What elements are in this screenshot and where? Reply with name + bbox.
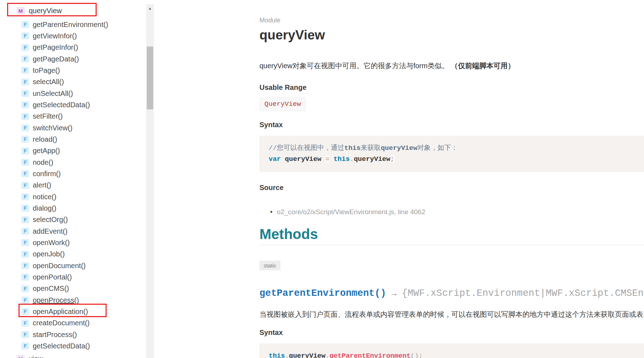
code-line: this.queryView.getParentEnvironment(); — [269, 351, 644, 358]
sidebar-item-label: getViewInfor() — [33, 32, 77, 40]
sidebar-item-getparentenvironment[interactable]: FgetParentEnvironment() — [0, 19, 146, 30]
sidebar-item-createdocument[interactable]: FcreateDocument() — [0, 318, 146, 329]
sidebar-item-label: getSelectedData() — [33, 342, 90, 350]
sidebar-item-getapp[interactable]: FgetApp() — [0, 145, 146, 157]
function-icon: F — [21, 297, 29, 304]
sidebar-module-queryview[interactable]: M queryView — [0, 4, 146, 17]
function-icon: F — [21, 124, 29, 131]
function-icon: F — [21, 216, 29, 223]
bullet-icon: • — [270, 208, 273, 216]
function-icon: F — [21, 32, 29, 39]
source-path: o2_core/o2/xScript/ViewEnvironment.js, l… — [277, 208, 425, 216]
sidebar-item-label: toPage() — [33, 66, 60, 75]
function-icon: F — [21, 251, 29, 258]
sidebar-item-reload[interactable]: Freload() — [0, 134, 146, 145]
function-icon: F — [21, 331, 29, 338]
sidebar-item-getpageinfor[interactable]: FgetPageInfor() — [0, 42, 146, 53]
sidebar-item-label: addEvent() — [33, 227, 68, 235]
module-kicker: Module — [259, 16, 644, 24]
sidebar-item-selectall[interactable]: FselectAll() — [0, 76, 146, 88]
sidebar-item-label: openDocument() — [33, 262, 86, 270]
sidebar-item-getviewinfor[interactable]: FgetViewInfor() — [0, 30, 146, 42]
sidebar-item-label: node() — [33, 158, 53, 167]
sidebar-item-openportal[interactable]: FopenPortal() — [0, 271, 146, 283]
function-icon: F — [21, 159, 29, 166]
usable-range-row: QueryView — [259, 97, 644, 111]
function-icon: F — [21, 136, 29, 143]
function-icon: F — [21, 90, 29, 97]
sidebar-item-openapplication[interactable]: FopenApplication() — [0, 306, 146, 317]
sidebar-item-label: notice() — [33, 193, 57, 201]
sidebar-item-label: getParentEnvironment() — [33, 21, 108, 29]
sidebar-item-label: getPageData() — [33, 55, 79, 63]
module-icon: M — [16, 7, 25, 15]
sidebar-item-node[interactable]: Fnode() — [0, 157, 146, 168]
function-icon: F — [21, 182, 29, 189]
method-signature: getParentEnvironment()→{MWF.xScript.Envi… — [259, 286, 644, 300]
sidebar-item-dialog[interactable]: Fdialog() — [0, 202, 146, 214]
sidebar-item-addevent[interactable]: FaddEvent() — [0, 226, 146, 237]
sidebar-item-opendocument[interactable]: FopenDocument() — [0, 260, 146, 271]
scrollbar-thumb[interactable] — [147, 47, 153, 109]
sidebar-item-startprocess[interactable]: FstartProcess() — [0, 329, 146, 340]
methods-heading: Methods — [259, 226, 644, 243]
divider — [259, 245, 644, 245]
sidebar-item-label: setFilter() — [33, 112, 63, 120]
module-description-text: queryView对象可在视图中可用。它的很多方法与form类似。 — [259, 62, 449, 70]
sidebar-item-openjob[interactable]: FopenJob() — [0, 249, 146, 260]
sidebar-item-label: getSelectedData() — [33, 101, 90, 109]
sidebar-item-getselecteddata[interactable]: FgetSelectedData() — [0, 340, 146, 352]
sidebar-item-label: alert() — [33, 181, 51, 189]
scroll-up-arrow-icon[interactable]: ▲ — [146, 4, 154, 12]
function-icon: F — [21, 262, 29, 269]
function-icon: F — [21, 78, 29, 86]
function-icon: F — [21, 273, 29, 281]
sidebar-item-openwork[interactable]: FopenWork() — [0, 237, 146, 248]
sidebar-item-setfilter[interactable]: FsetFilter() — [0, 111, 146, 122]
sidebar-item-label: getApp() — [33, 147, 60, 155]
module-description: queryView对象可在视图中可用。它的很多方法与form类似。 （仅前端脚本… — [259, 61, 644, 70]
sidebar-item-topage[interactable]: FtoPage() — [0, 65, 146, 76]
method-code-block: this.queryView.getParentEnvironment(); — [259, 343, 644, 358]
sidebar-item-label: openWork() — [33, 239, 70, 247]
sidebar-item-confirm[interactable]: Fconfirm() — [0, 168, 146, 179]
method-description: 当视图被嵌入到门户页面、流程表单或内容管理表单的时候，可以在视图可以写脚本的地方… — [259, 310, 644, 319]
usable-range-badge: QueryView — [259, 97, 306, 111]
function-icon: F — [21, 170, 29, 177]
sidebar-item-getpagedata[interactable]: FgetPageData() — [0, 53, 146, 65]
function-icon: F — [21, 205, 29, 212]
function-icon: F — [21, 55, 29, 63]
method-name: getParentEnvironment() — [259, 288, 386, 299]
sidebar-item-unselectall[interactable]: FunSelectAll() — [0, 88, 146, 99]
sidebar-module-label: queryView — [29, 7, 62, 15]
sidebar-item-switchview[interactable]: FswitchView() — [0, 122, 146, 134]
sidebar-item-notice[interactable]: Fnotice() — [0, 191, 146, 202]
sidebar-item-opencms[interactable]: FopenCMS() — [0, 283, 146, 294]
method-return-type: {MWF.xScript.Environment|MWF.xScript.CMS… — [402, 288, 644, 299]
sidebar-module-view[interactable]: M view — [0, 353, 146, 358]
sidebar-item-openprocess[interactable]: FopenProcess() — [0, 294, 146, 306]
function-icon: F — [21, 147, 29, 154]
function-icon: F — [21, 228, 29, 235]
sidebar: M queryView FgetParentEnvironment()FgetV… — [0, 0, 146, 358]
function-icon: F — [21, 320, 29, 327]
source-list-item: • o2_core/o2/xScript/ViewEnvironment.js,… — [259, 208, 644, 216]
function-icon: F — [21, 44, 29, 51]
sidebar-item-getselecteddata[interactable]: FgetSelectedData() — [0, 99, 146, 110]
page-title: queryView — [259, 27, 644, 43]
sidebar-item-selectorg[interactable]: FselectOrg() — [0, 214, 146, 226]
sidebar-item-alert[interactable]: Falert() — [0, 180, 146, 191]
module-icon: M — [16, 355, 25, 358]
function-icon: F — [21, 67, 29, 74]
module-description-bold: （仅前端脚本可用） — [451, 62, 515, 70]
function-icon: F — [21, 342, 29, 349]
sidebar-item-label: confirm() — [33, 170, 61, 178]
sidebar-item-label: openProcess() — [33, 296, 79, 304]
usable-range-heading: Usable Range — [259, 83, 644, 92]
function-icon: F — [21, 308, 29, 315]
sidebar-item-label: createDocument() — [33, 319, 90, 327]
sidebar-scrollbar[interactable]: ▲ — [146, 4, 154, 358]
function-icon: F — [21, 113, 29, 120]
function-icon: F — [21, 21, 29, 28]
sidebar-item-label: openApplication() — [33, 308, 88, 316]
